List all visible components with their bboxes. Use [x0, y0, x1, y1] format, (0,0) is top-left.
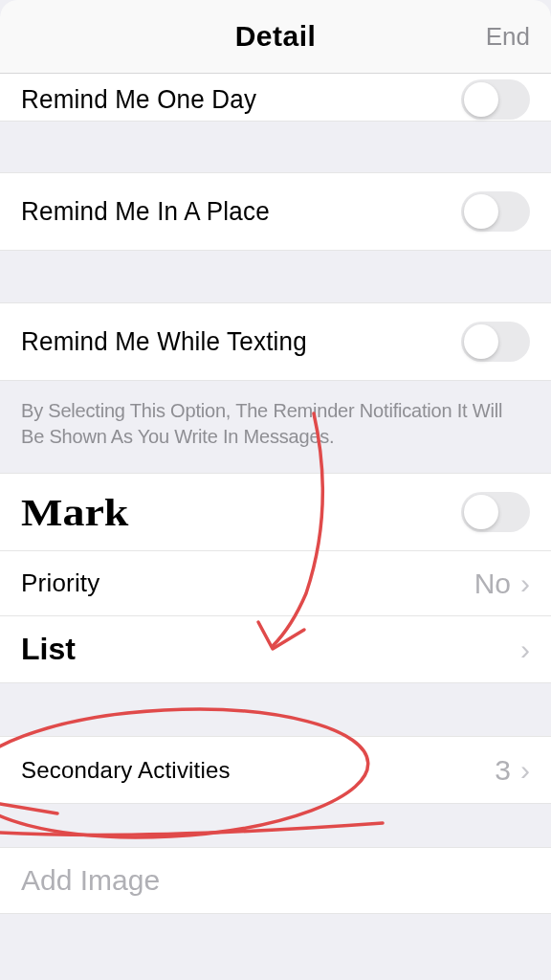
- chevron-right-icon: ›: [520, 634, 530, 666]
- row-add-image[interactable]: Add Image: [0, 847, 551, 914]
- remind-texting-label: Remind Me While Texting: [21, 326, 307, 358]
- mark-toggle[interactable]: [461, 492, 530, 532]
- chevron-right-icon: ›: [520, 568, 530, 600]
- mark-label: Mark: [21, 490, 128, 535]
- list-label: List: [21, 632, 76, 667]
- add-image-label: Add Image: [21, 864, 160, 897]
- row-remind-texting[interactable]: Remind Me While Texting: [0, 302, 551, 381]
- secondary-activities-label: Secondary Activities: [21, 757, 231, 784]
- secondary-activities-value: 3: [495, 754, 511, 787]
- remind-one-day-label: Remind Me One Day: [21, 84, 256, 116]
- page-title: Detail: [235, 20, 317, 53]
- remind-place-toggle[interactable]: [461, 191, 530, 232]
- texting-footer-text: By Selecting This Option, The Reminder N…: [0, 381, 551, 473]
- header: Detail End: [0, 0, 551, 74]
- row-list[interactable]: List ›: [0, 616, 551, 683]
- row-remind-one-day[interactable]: Remind Me One Day: [0, 74, 551, 122]
- row-mark[interactable]: Mark: [0, 473, 551, 551]
- remind-one-day-toggle[interactable]: [461, 79, 530, 120]
- chevron-right-icon: ›: [520, 754, 530, 787]
- priority-label: Priority: [21, 568, 100, 598]
- remind-place-label: Remind Me In A Place: [21, 196, 270, 228]
- priority-value: No: [474, 568, 511, 600]
- row-secondary-activities[interactable]: Secondary Activities 3 ›: [0, 736, 551, 804]
- row-remind-place[interactable]: Remind Me In A Place: [0, 172, 551, 251]
- remind-texting-toggle[interactable]: [461, 322, 530, 362]
- row-priority[interactable]: Priority No ›: [0, 551, 551, 616]
- end-button[interactable]: End: [486, 22, 530, 52]
